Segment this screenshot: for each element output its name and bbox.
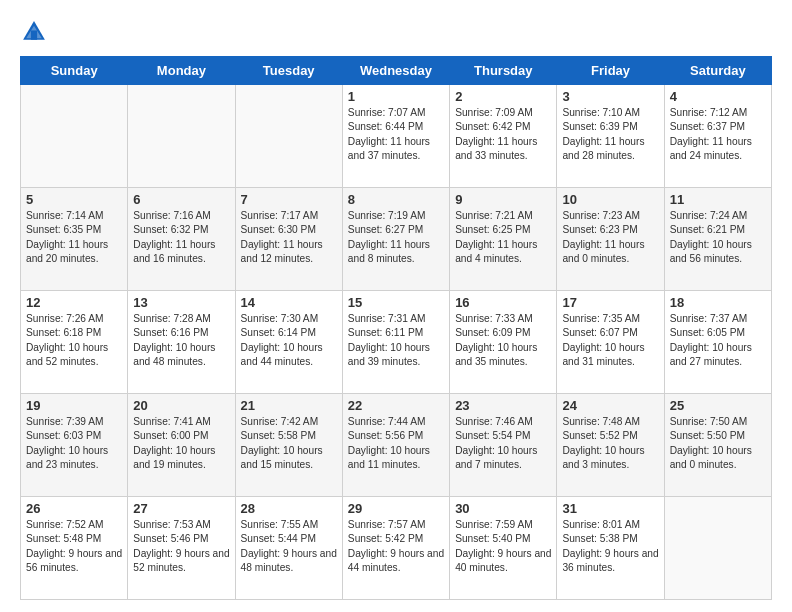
- calendar-cell: 17Sunrise: 7:35 AM Sunset: 6:07 PM Dayli…: [557, 291, 664, 394]
- calendar-cell: 8Sunrise: 7:19 AM Sunset: 6:27 PM Daylig…: [342, 188, 449, 291]
- cell-sun-info: Sunrise: 7:42 AM Sunset: 5:58 PM Dayligh…: [241, 415, 337, 472]
- day-number: 20: [133, 398, 229, 413]
- cell-sun-info: Sunrise: 7:39 AM Sunset: 6:03 PM Dayligh…: [26, 415, 122, 472]
- calendar-cell: 23Sunrise: 7:46 AM Sunset: 5:54 PM Dayli…: [450, 394, 557, 497]
- cell-sun-info: Sunrise: 7:53 AM Sunset: 5:46 PM Dayligh…: [133, 518, 229, 575]
- calendar-cell: 21Sunrise: 7:42 AM Sunset: 5:58 PM Dayli…: [235, 394, 342, 497]
- calendar-cell: 27Sunrise: 7:53 AM Sunset: 5:46 PM Dayli…: [128, 497, 235, 600]
- week-row-0: 1Sunrise: 7:07 AM Sunset: 6:44 PM Daylig…: [21, 85, 772, 188]
- calendar-header-row: SundayMondayTuesdayWednesdayThursdayFrid…: [21, 57, 772, 85]
- cell-sun-info: Sunrise: 7:57 AM Sunset: 5:42 PM Dayligh…: [348, 518, 444, 575]
- calendar-cell: 28Sunrise: 7:55 AM Sunset: 5:44 PM Dayli…: [235, 497, 342, 600]
- day-number: 3: [562, 89, 658, 104]
- cell-sun-info: Sunrise: 7:55 AM Sunset: 5:44 PM Dayligh…: [241, 518, 337, 575]
- day-number: 31: [562, 501, 658, 516]
- calendar-cell: 10Sunrise: 7:23 AM Sunset: 6:23 PM Dayli…: [557, 188, 664, 291]
- day-number: 15: [348, 295, 444, 310]
- calendar-cell: 29Sunrise: 7:57 AM Sunset: 5:42 PM Dayli…: [342, 497, 449, 600]
- day-number: 27: [133, 501, 229, 516]
- logo: [20, 18, 52, 46]
- calendar-cell: 26Sunrise: 7:52 AM Sunset: 5:48 PM Dayli…: [21, 497, 128, 600]
- day-number: 1: [348, 89, 444, 104]
- day-number: 12: [26, 295, 122, 310]
- cell-sun-info: Sunrise: 7:41 AM Sunset: 6:00 PM Dayligh…: [133, 415, 229, 472]
- cell-sun-info: Sunrise: 7:35 AM Sunset: 6:07 PM Dayligh…: [562, 312, 658, 369]
- week-row-2: 12Sunrise: 7:26 AM Sunset: 6:18 PM Dayli…: [21, 291, 772, 394]
- calendar-cell: 31Sunrise: 8:01 AM Sunset: 5:38 PM Dayli…: [557, 497, 664, 600]
- calendar-cell: 1Sunrise: 7:07 AM Sunset: 6:44 PM Daylig…: [342, 85, 449, 188]
- calendar-cell: 19Sunrise: 7:39 AM Sunset: 6:03 PM Dayli…: [21, 394, 128, 497]
- day-number: 19: [26, 398, 122, 413]
- header: [20, 18, 772, 46]
- week-row-3: 19Sunrise: 7:39 AM Sunset: 6:03 PM Dayli…: [21, 394, 772, 497]
- day-header-monday: Monday: [128, 57, 235, 85]
- calendar-cell: 14Sunrise: 7:30 AM Sunset: 6:14 PM Dayli…: [235, 291, 342, 394]
- day-number: 28: [241, 501, 337, 516]
- cell-sun-info: Sunrise: 7:21 AM Sunset: 6:25 PM Dayligh…: [455, 209, 551, 266]
- calendar-cell: 9Sunrise: 7:21 AM Sunset: 6:25 PM Daylig…: [450, 188, 557, 291]
- calendar-cell: [128, 85, 235, 188]
- cell-sun-info: Sunrise: 7:44 AM Sunset: 5:56 PM Dayligh…: [348, 415, 444, 472]
- calendar-cell: 18Sunrise: 7:37 AM Sunset: 6:05 PM Dayli…: [664, 291, 771, 394]
- day-number: 17: [562, 295, 658, 310]
- calendar-cell: 20Sunrise: 7:41 AM Sunset: 6:00 PM Dayli…: [128, 394, 235, 497]
- cell-sun-info: Sunrise: 8:01 AM Sunset: 5:38 PM Dayligh…: [562, 518, 658, 575]
- week-row-1: 5Sunrise: 7:14 AM Sunset: 6:35 PM Daylig…: [21, 188, 772, 291]
- cell-sun-info: Sunrise: 7:46 AM Sunset: 5:54 PM Dayligh…: [455, 415, 551, 472]
- cell-sun-info: Sunrise: 7:37 AM Sunset: 6:05 PM Dayligh…: [670, 312, 766, 369]
- calendar-cell: 11Sunrise: 7:24 AM Sunset: 6:21 PM Dayli…: [664, 188, 771, 291]
- day-number: 13: [133, 295, 229, 310]
- cell-sun-info: Sunrise: 7:48 AM Sunset: 5:52 PM Dayligh…: [562, 415, 658, 472]
- calendar-cell: 6Sunrise: 7:16 AM Sunset: 6:32 PM Daylig…: [128, 188, 235, 291]
- calendar-cell: 7Sunrise: 7:17 AM Sunset: 6:30 PM Daylig…: [235, 188, 342, 291]
- calendar-cell: 16Sunrise: 7:33 AM Sunset: 6:09 PM Dayli…: [450, 291, 557, 394]
- day-number: 2: [455, 89, 551, 104]
- calendar-cell: 22Sunrise: 7:44 AM Sunset: 5:56 PM Dayli…: [342, 394, 449, 497]
- calendar-cell: 12Sunrise: 7:26 AM Sunset: 6:18 PM Dayli…: [21, 291, 128, 394]
- calendar-cell: 24Sunrise: 7:48 AM Sunset: 5:52 PM Dayli…: [557, 394, 664, 497]
- calendar-cell: [235, 85, 342, 188]
- day-number: 26: [26, 501, 122, 516]
- day-number: 21: [241, 398, 337, 413]
- day-number: 4: [670, 89, 766, 104]
- day-number: 9: [455, 192, 551, 207]
- day-header-sunday: Sunday: [21, 57, 128, 85]
- day-number: 24: [562, 398, 658, 413]
- calendar-cell: 3Sunrise: 7:10 AM Sunset: 6:39 PM Daylig…: [557, 85, 664, 188]
- cell-sun-info: Sunrise: 7:12 AM Sunset: 6:37 PM Dayligh…: [670, 106, 766, 163]
- day-number: 22: [348, 398, 444, 413]
- cell-sun-info: Sunrise: 7:23 AM Sunset: 6:23 PM Dayligh…: [562, 209, 658, 266]
- calendar-table: SundayMondayTuesdayWednesdayThursdayFrid…: [20, 56, 772, 600]
- day-number: 8: [348, 192, 444, 207]
- week-row-4: 26Sunrise: 7:52 AM Sunset: 5:48 PM Dayli…: [21, 497, 772, 600]
- day-header-friday: Friday: [557, 57, 664, 85]
- calendar-cell: [664, 497, 771, 600]
- cell-sun-info: Sunrise: 7:16 AM Sunset: 6:32 PM Dayligh…: [133, 209, 229, 266]
- cell-sun-info: Sunrise: 7:09 AM Sunset: 6:42 PM Dayligh…: [455, 106, 551, 163]
- day-header-saturday: Saturday: [664, 57, 771, 85]
- cell-sun-info: Sunrise: 7:24 AM Sunset: 6:21 PM Dayligh…: [670, 209, 766, 266]
- cell-sun-info: Sunrise: 7:17 AM Sunset: 6:30 PM Dayligh…: [241, 209, 337, 266]
- day-number: 25: [670, 398, 766, 413]
- day-number: 7: [241, 192, 337, 207]
- cell-sun-info: Sunrise: 7:28 AM Sunset: 6:16 PM Dayligh…: [133, 312, 229, 369]
- calendar-cell: [21, 85, 128, 188]
- calendar-cell: 4Sunrise: 7:12 AM Sunset: 6:37 PM Daylig…: [664, 85, 771, 188]
- cell-sun-info: Sunrise: 7:26 AM Sunset: 6:18 PM Dayligh…: [26, 312, 122, 369]
- day-number: 10: [562, 192, 658, 207]
- day-header-thursday: Thursday: [450, 57, 557, 85]
- cell-sun-info: Sunrise: 7:14 AM Sunset: 6:35 PM Dayligh…: [26, 209, 122, 266]
- calendar-cell: 2Sunrise: 7:09 AM Sunset: 6:42 PM Daylig…: [450, 85, 557, 188]
- day-number: 11: [670, 192, 766, 207]
- day-number: 23: [455, 398, 551, 413]
- day-header-wednesday: Wednesday: [342, 57, 449, 85]
- cell-sun-info: Sunrise: 7:52 AM Sunset: 5:48 PM Dayligh…: [26, 518, 122, 575]
- day-number: 5: [26, 192, 122, 207]
- calendar-cell: 13Sunrise: 7:28 AM Sunset: 6:16 PM Dayli…: [128, 291, 235, 394]
- calendar-cell: 30Sunrise: 7:59 AM Sunset: 5:40 PM Dayli…: [450, 497, 557, 600]
- svg-rect-2: [31, 30, 37, 39]
- cell-sun-info: Sunrise: 7:07 AM Sunset: 6:44 PM Dayligh…: [348, 106, 444, 163]
- cell-sun-info: Sunrise: 7:30 AM Sunset: 6:14 PM Dayligh…: [241, 312, 337, 369]
- cell-sun-info: Sunrise: 7:50 AM Sunset: 5:50 PM Dayligh…: [670, 415, 766, 472]
- day-number: 16: [455, 295, 551, 310]
